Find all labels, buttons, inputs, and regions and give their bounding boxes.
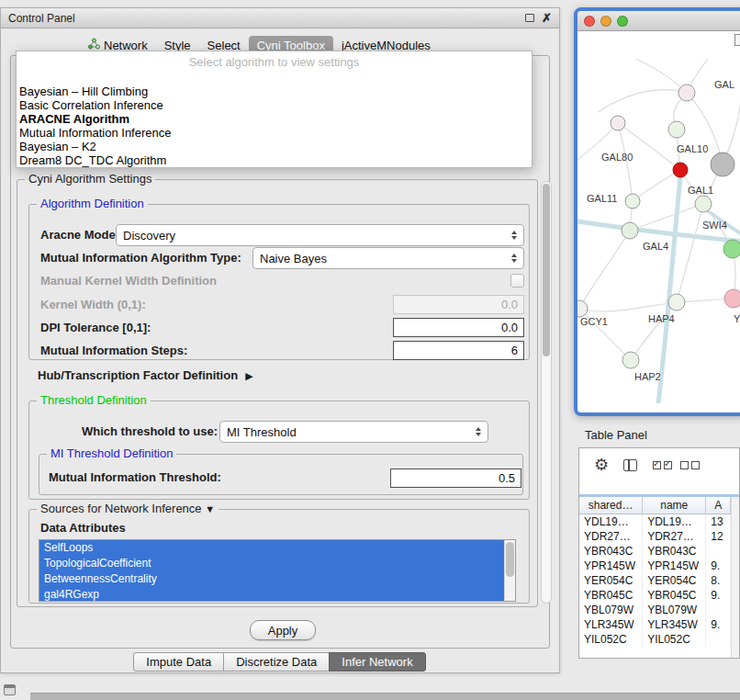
network-window-titlebar[interactable] — [577, 11, 740, 31]
network-node[interactable] — [577, 300, 588, 317]
settings-scrollbar[interactable] — [541, 181, 552, 604]
table-cell: YLR345W — [579, 617, 643, 632]
collapse-down-arrow-icon: ▼ — [205, 503, 215, 514]
mi-steps-field[interactable]: 6 — [393, 341, 524, 360]
algorithm-option-basic-correlation-inference[interactable]: Basic Correlation Inference — [17, 98, 532, 112]
sources-title-row[interactable]: Sources for Network Inference ▼ — [37, 502, 219, 515]
float-window-icon[interactable] — [525, 14, 534, 22]
algorithm-option-aracne-algorithm[interactable]: ARACNE Algorithm — [17, 112, 532, 126]
data-attributes-list[interactable]: SelfLoopsTopologicalCoefficientBetweenne… — [39, 539, 516, 602]
manual-kernel-checkbox[interactable] — [510, 274, 524, 288]
minimize-button[interactable] — [600, 16, 611, 27]
attribute-item-betweennesscentrality[interactable]: BetweennessCentrality — [39, 571, 504, 587]
table-cell: YER054C — [579, 573, 643, 588]
column-header-a[interactable]: A — [706, 497, 731, 514]
checked-box-icon — [653, 461, 661, 469]
table-scrollbar[interactable] — [731, 497, 739, 658]
aracne-mode-select[interactable]: Discovery — [116, 224, 524, 246]
attribute-item-gal4rgexp[interactable]: gal4RGexp — [39, 587, 504, 602]
algorithm-dropdown-popup: Select algorithm to view settings Bayesi… — [16, 51, 533, 168]
dpi-tolerance-label: DPI Tolerance [0,1]: — [40, 321, 151, 335]
algorithm-option-dream8-dc-tdc-algorithm[interactable]: Dream8 DC_TDC Algorithm — [17, 153, 532, 167]
sources-group: Sources for Network Inference ▼ Data Att… — [28, 509, 530, 604]
column-header-name[interactable]: name — [643, 497, 706, 514]
bottom-tab-infer-network[interactable]: Infer Network — [329, 652, 425, 672]
table-cell: 9. — [706, 617, 731, 632]
aracne-mode-value: Discovery — [123, 229, 511, 243]
mi-algorithm-type-select[interactable]: Naive Bayes — [252, 247, 524, 269]
minimized-panel-icon[interactable] — [4, 684, 16, 695]
kernel-width-field[interactable]: 0.0 — [393, 295, 524, 314]
network-node[interactable] — [622, 222, 638, 239]
which-threshold-select[interactable]: MI Threshold — [219, 421, 488, 443]
zoom-button[interactable] — [617, 16, 628, 27]
network-node[interactable] — [668, 121, 685, 138]
network-canvas[interactable]: GALGAL80GAL10GAL11GAL1SWI4GAL4GCY1HAP4YH… — [577, 31, 740, 412]
attribute-item-selfloops[interactable]: SelfLoops — [39, 540, 504, 556]
checked-box-icon — [664, 461, 672, 469]
node-label: GAL4 — [643, 241, 668, 252]
table-row[interactable]: YPR145WYPR145W9. — [579, 559, 731, 573]
unchecked-box-icon — [691, 461, 700, 469]
select-all-button[interactable] — [653, 461, 672, 469]
table-settings-button[interactable]: ⚙ — [594, 457, 609, 473]
network-node[interactable] — [711, 152, 734, 176]
algorithm-definition-group: Algorithm Definition Aracne Mode: Discov… — [28, 204, 530, 360]
network-node[interactable] — [668, 294, 685, 310]
table-cell: 8. — [706, 573, 731, 588]
network-node[interactable] — [673, 163, 688, 177]
birdseye-toggle-icon[interactable] — [734, 34, 740, 46]
algorithm-option-mutual-information-inference[interactable]: Mutual Information Inference — [17, 126, 532, 140]
table-row[interactable]: YIL052CYIL052C — [579, 632, 731, 647]
network-node[interactable] — [723, 240, 740, 258]
table-row[interactable]: YBR043CYBR043C — [579, 544, 731, 559]
table-row[interactable]: YBL079WYBL079W — [579, 603, 731, 617]
dpi-tolerance-field[interactable]: 0.0 — [393, 318, 524, 337]
network-node[interactable] — [622, 352, 639, 368]
bottom-tab-bar: Impute DataDiscretize DataInfer Network — [1, 652, 559, 672]
network-node[interactable] — [724, 289, 740, 308]
combo-arrows-icon — [511, 254, 517, 263]
node-label: SWI4 — [702, 220, 727, 231]
network-node[interactable] — [625, 194, 640, 209]
table-header-row: shared…nameA — [579, 497, 731, 514]
algorithm-option-bayesian-k2[interactable]: Bayesian – K2 — [17, 140, 532, 153]
attribute-item-topologicalcoefficient[interactable]: TopologicalCoefficient — [39, 556, 504, 571]
table-row[interactable]: YDL19…YDL19…13 — [579, 514, 731, 529]
deselect-all-button[interactable] — [680, 461, 700, 469]
sources-title: Sources for Network Inference — [40, 502, 202, 515]
close-button[interactable] — [584, 16, 595, 27]
network-node[interactable] — [695, 196, 712, 212]
table-row[interactable]: YER054CYER054C8. — [579, 573, 731, 588]
bottom-tab-discretize-data[interactable]: Discretize Data — [223, 652, 330, 672]
bottom-tab-impute-data[interactable]: Impute Data — [133, 652, 224, 672]
combo-arrows-icon — [476, 427, 481, 436]
table-row[interactable]: YLR345WYLR345W9. — [579, 617, 731, 632]
hub-section-toggle[interactable]: Hub/Transcription Factor Definition ▶ — [38, 368, 253, 383]
table-cell: YLR345W — [643, 617, 706, 632]
list-scrollbar[interactable] — [504, 540, 515, 601]
threshold-definition-group: Threshold Definition Which threshold to … — [28, 401, 530, 500]
table-cell: YIL052C — [579, 632, 643, 647]
mi-threshold-field[interactable]: 0.5 — [390, 469, 521, 488]
table-row[interactable]: YBR045CYBR045C9. — [579, 588, 731, 603]
control-panel-titlebar[interactable]: Control Panel ✗ — [1, 8, 559, 28]
close-window-icon[interactable]: ✗ — [542, 12, 552, 24]
network-node[interactable] — [611, 116, 625, 130]
show-columns-button[interactable] — [623, 459, 637, 471]
bottom-panel-edge — [30, 693, 740, 700]
apply-button[interactable]: Apply — [250, 620, 316, 640]
node-label: Y — [734, 313, 740, 324]
network-graph[interactable]: GALGAL80GAL10GAL11GAL1SWI4GAL4GCY1HAP4YH… — [577, 31, 740, 412]
table-cell: 9. — [706, 588, 731, 603]
table-cell: YBR045C — [579, 588, 643, 603]
list-scrollbar-thumb[interactable] — [506, 542, 514, 577]
threshold-definition-title: Threshold Definition — [37, 393, 151, 407]
table-row[interactable]: YDR27…YDR27…12 — [579, 529, 731, 544]
settings-scrollbar-thumb[interactable] — [543, 184, 550, 356]
network-node[interactable] — [678, 85, 695, 101]
column-header-shared[interactable]: shared… — [579, 497, 643, 514]
popup-placeholder: Select algorithm to view settings — [17, 54, 532, 71]
table-cell — [706, 632, 731, 647]
algorithm-option-bayesian-hill-climbing[interactable]: Bayesian – Hill Climbing — [17, 85, 532, 98]
